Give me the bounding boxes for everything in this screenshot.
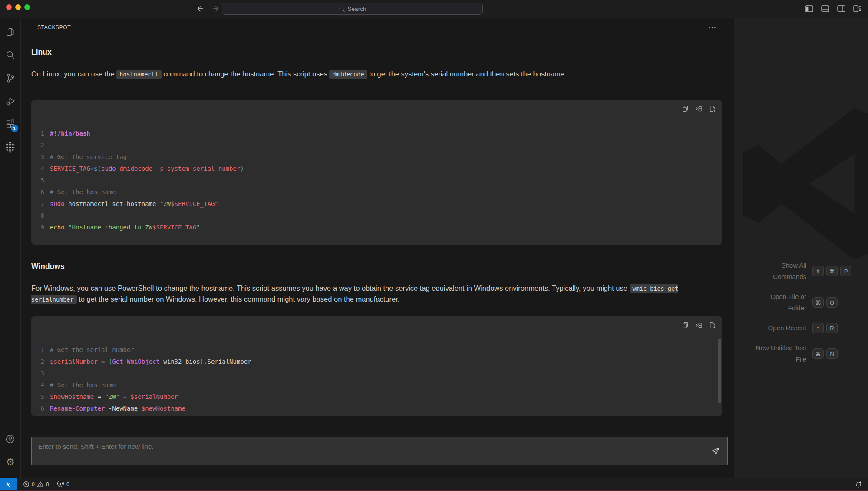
chat-input[interactable] xyxy=(31,437,728,465)
line-number: 6 xyxy=(37,403,44,415)
status-bar: 0 0 0 xyxy=(0,478,868,490)
code-token: Get-WmiObject xyxy=(112,356,160,368)
toggle-panel-button[interactable] xyxy=(820,4,830,13)
code-token xyxy=(116,163,119,175)
accounts-button[interactable] xyxy=(0,428,21,451)
key-cap: ⌘ xyxy=(812,348,824,359)
code-token xyxy=(65,222,68,233)
problems-indicator[interactable]: 0 0 xyxy=(19,478,53,490)
code-line: 3 xyxy=(37,368,715,379)
powershell-code: 1# Get the serial number2$serialNumber =… xyxy=(37,344,715,416)
error-icon xyxy=(23,481,30,488)
activity-run-debug[interactable] xyxy=(0,90,21,113)
windows-heading: Windows xyxy=(31,262,722,271)
code-line: 1# Get the serial number xyxy=(37,344,715,356)
line-number: 3 xyxy=(37,151,44,163)
code-token: Rename-Computer xyxy=(50,403,105,415)
minimize-window-button[interactable] xyxy=(15,4,21,10)
line-number: 5 xyxy=(37,175,44,186)
shortcut-label: New Untitled Text File xyxy=(752,342,806,365)
warning-count: 0 xyxy=(46,481,49,488)
code-token: ). xyxy=(200,356,208,368)
settings-button[interactable]: ⚙ xyxy=(0,451,21,474)
code-line: 5$newHostname = "ZW" + $serialNumber xyxy=(37,391,715,403)
code-block-toolbar xyxy=(681,322,716,329)
line-number: 5 xyxy=(37,391,44,403)
line-number: 6 xyxy=(37,186,44,198)
shortcut-row: Open File or Folder⌘O xyxy=(734,291,868,314)
history-nav xyxy=(195,3,221,14)
run-debug-icon xyxy=(5,96,16,107)
shortcut-keys: ⇧⌘P xyxy=(812,266,852,276)
customize-layout-button[interactable] xyxy=(852,4,862,13)
stackspot-panel: STACKSPOT ⋯ Linux On Linux, you can use … xyxy=(21,18,734,478)
activity-extensions[interactable]: 1 xyxy=(0,113,21,136)
editor-area: Show All Commands⇧⌘POpen File or Folder⌘… xyxy=(734,18,868,478)
toggle-primary-sidebar-button[interactable] xyxy=(804,4,814,13)
code-token: = xyxy=(94,391,105,403)
code-line: 1#!/bin/bash xyxy=(37,128,715,139)
back-button[interactable] xyxy=(195,3,206,14)
line-number: 8 xyxy=(37,210,44,222)
shortcut-label: Show All Commands xyxy=(752,260,806,282)
zoom-window-button[interactable] xyxy=(24,4,30,10)
inline-code: dmidecode xyxy=(329,70,367,79)
bash-code-block: 1#!/bin/bash23# Get the service tag4SERV… xyxy=(31,100,722,245)
code-token: =$( xyxy=(90,163,101,175)
create-file-button[interactable] xyxy=(708,105,716,113)
layout-controls xyxy=(804,4,862,13)
new-file-icon xyxy=(709,105,716,113)
code-token: dmidecode -s system-serial-number xyxy=(119,163,240,175)
command-center-search[interactable]: Search xyxy=(222,3,483,15)
shortcut-keys: ⌘N xyxy=(812,348,852,359)
key-cap: O xyxy=(826,297,838,308)
line-number: 4 xyxy=(37,379,44,391)
key-cap: ⌘ xyxy=(826,266,838,276)
activity-source-control[interactable] xyxy=(0,66,21,90)
shortcut-label: Open Recent xyxy=(752,322,806,334)
toggle-secondary-sidebar-button[interactable] xyxy=(836,4,846,13)
activity-search[interactable] xyxy=(0,43,21,66)
code-token: " xyxy=(215,198,218,210)
copy-code-button[interactable] xyxy=(681,105,689,113)
code-line: 8 xyxy=(37,210,715,222)
code-token: -NewName xyxy=(105,403,141,415)
code-token: $serialNumber xyxy=(130,391,178,403)
key-cap: ^ xyxy=(812,323,824,333)
line-number: 3 xyxy=(37,368,44,379)
copy-icon xyxy=(682,322,689,329)
copy-code-button[interactable] xyxy=(681,322,689,329)
key-cap: R xyxy=(826,323,838,333)
insert-code-button[interactable] xyxy=(695,322,703,329)
code-line: 6Rename-Computer -NewName $newHostname xyxy=(37,403,715,415)
activity-stackspot[interactable] xyxy=(0,136,21,159)
code-token: $serialNumber xyxy=(50,356,98,368)
gear-icon: ⚙ xyxy=(6,457,15,467)
vscode-window: Search xyxy=(0,0,868,491)
close-window-button[interactable] xyxy=(6,4,12,10)
more-actions-button[interactable]: ⋯ xyxy=(708,25,716,30)
ports-indicator[interactable]: 0 xyxy=(53,478,73,490)
text-run: to get the system's serial number and th… xyxy=(367,70,567,78)
search-label: Search xyxy=(348,6,366,12)
code-token: "ZW xyxy=(160,198,171,210)
panel-title: STACKSPOT xyxy=(37,24,71,30)
account-icon xyxy=(5,434,16,445)
create-file-button[interactable] xyxy=(708,322,716,329)
remote-indicator[interactable] xyxy=(0,478,17,490)
code-token: win32_bios xyxy=(160,356,200,368)
code-line: 7sudo hostnamectl set-hostname "ZW$SERVI… xyxy=(37,198,715,210)
forward-button[interactable] xyxy=(210,3,221,14)
notifications-button[interactable] xyxy=(851,478,868,490)
activity-explorer[interactable] xyxy=(0,20,21,43)
code-line: 2 xyxy=(37,139,715,151)
insert-code-button[interactable] xyxy=(695,105,703,113)
code-scrollbar[interactable] xyxy=(718,339,721,403)
search-icon xyxy=(5,50,16,60)
code-line: 3# Get the service tag xyxy=(37,151,715,163)
warning-icon xyxy=(37,481,44,488)
line-number: 2 xyxy=(37,139,44,151)
send-button[interactable] xyxy=(709,445,722,457)
line-number: 7 xyxy=(37,415,44,416)
code-token: # Get the service tag xyxy=(50,151,127,163)
